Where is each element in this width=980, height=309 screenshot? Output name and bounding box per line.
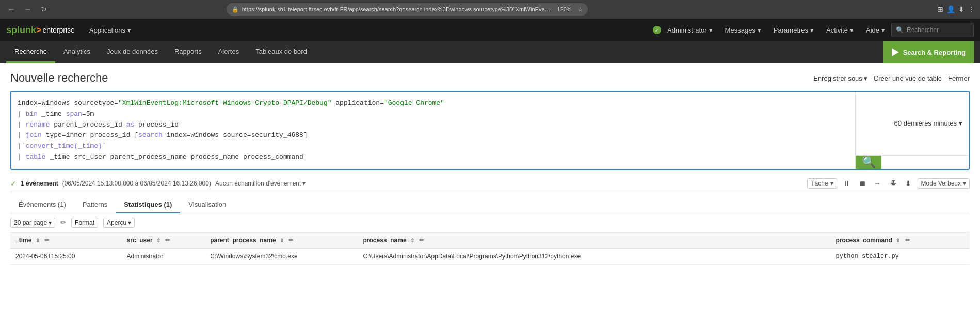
messages-menu[interactable]: Messages ▾ <box>719 19 767 41</box>
reports-label: Rapports <box>174 48 202 55</box>
search-btn-icon: 🔍 <box>862 156 876 169</box>
per-page-dropdown[interactable]: 20 par page ▾ <box>10 218 55 228</box>
table-view-button[interactable]: Créer une vue de table <box>874 74 942 82</box>
cell-src-user[interactable]: Administrator <box>122 248 205 264</box>
subnav-reports[interactable]: Rapports <box>166 41 210 63</box>
col-src-edit-icon[interactable]: ✏ <box>165 237 170 244</box>
status-indicator: ✓ <box>653 26 661 34</box>
query-line-3: | rename parent_process_id as process_id <box>18 120 849 131</box>
extensions-icon[interactable]: ⊞ <box>937 5 943 13</box>
cell-time[interactable]: 2024-05-06T15:25:00 <box>10 248 122 264</box>
per-page-chevron: ▾ <box>49 219 52 226</box>
verbose-label: Mode Verbeux <box>921 180 961 187</box>
col-time-sort[interactable]: ⇕ <box>36 238 40 243</box>
search-status-bar: ✓ 1 événement (06/05/2024 15:13:00,000 à… <box>10 175 970 192</box>
page-actions: Enregistrer sous ▾ Créer une vue de tabl… <box>813 74 970 82</box>
search-reporting-button[interactable]: Search & Reporting <box>883 41 974 63</box>
pause-button[interactable]: ⏸ <box>841 178 853 189</box>
analytics-label: Analytics <box>63 48 90 55</box>
col-process-label: process_name <box>363 237 407 244</box>
time-range-picker[interactable]: 60 dernières minutes ▾ <box>856 92 969 156</box>
star-icon[interactable]: ☆ <box>577 6 583 13</box>
global-search[interactable]: 🔍 Rechercher <box>891 23 974 37</box>
reload-button[interactable]: ↻ <box>38 4 50 14</box>
admin-menu[interactable]: Administrator ▾ <box>661 19 719 41</box>
browser-action-icons: ⊞ 👤 ⬇ ⋮ <box>937 5 975 13</box>
time-range-label: 60 dernières minutes <box>894 119 957 127</box>
sample-chevron: ▾ <box>302 180 306 187</box>
close-label: Fermer <box>948 74 970 82</box>
tab-events[interactable]: Événements (1) <box>10 196 74 213</box>
play-icon <box>892 48 899 56</box>
query-line-1: index=windows sourcetype="XmlWinEventLog… <box>18 98 849 109</box>
activity-menu[interactable]: Activité ▾ <box>820 19 860 41</box>
col-cmd-edit-icon[interactable]: ✏ <box>905 237 910 244</box>
col-header-src-user[interactable]: src_user ⇕ ✏ <box>122 233 205 249</box>
result-table: _time ⇕ ✏ src_user ⇕ ✏ parent_process_na… <box>10 233 970 265</box>
applications-menu[interactable]: Applications ▾ <box>83 19 137 41</box>
task-dropdown[interactable]: Tâche ▾ <box>807 178 837 189</box>
url-bar[interactable]: 🔒 https://splunk-sh1.teleport.ftrsec.ovh… <box>227 3 588 16</box>
cell-parent-process[interactable]: C:\Windows\System32\cmd.exe <box>205 248 358 264</box>
profile-icon[interactable]: 👤 <box>946 5 955 13</box>
cell-process-name[interactable]: C:\Users\Administrator\AppData\Local\Pro… <box>358 248 831 264</box>
verbose-mode-button[interactable]: Mode Verbeux ▾ <box>918 178 970 189</box>
subnav-analytics[interactable]: Analytics <box>55 41 99 63</box>
col-parent-edit-icon[interactable]: ✏ <box>288 237 294 244</box>
subnav-alerts[interactable]: Alertes <box>210 41 247 63</box>
back-button[interactable]: ← <box>5 4 18 14</box>
table-row: 2024-05-06T15:25:00 Administrator C:\Win… <box>10 248 970 264</box>
sample-dropdown[interactable]: Aucun échantillon d'événement ▾ <box>215 180 306 187</box>
format-label: Format <box>75 219 94 226</box>
col-time-edit-icon[interactable]: ✏ <box>44 237 50 244</box>
forward-button[interactable]: → <box>22 4 34 14</box>
time-range-display: (06/05/2024 15:13:00,000 à 06/05/2024 16… <box>62 180 211 187</box>
download-icon[interactable]: ⬇ <box>958 5 965 13</box>
enterprise-label: enterprise <box>43 26 75 34</box>
col-cmd-sort[interactable]: ⇕ <box>896 238 900 243</box>
print-button[interactable]: 🖶 <box>888 178 899 189</box>
col-header-process-name[interactable]: process_name ⇕ ✏ <box>358 233 831 249</box>
cell-process-command: python stealer.py <box>831 248 970 264</box>
pencil-icon[interactable]: ✏ <box>60 219 66 226</box>
save-as-chevron: ▾ <box>864 74 867 82</box>
subnav-recherche[interactable]: Recherche <box>6 41 55 63</box>
splunk-logo: splunk>enterprise <box>6 25 75 36</box>
tab-visualization[interactable]: Visualisation <box>180 196 234 213</box>
save-as-button[interactable]: Enregistrer sous ▾ <box>813 74 867 82</box>
help-menu[interactable]: Aide ▾ <box>860 19 891 41</box>
lock-icon: 🔒 <box>232 6 239 13</box>
stop-button[interactable]: ⏹ <box>857 178 868 189</box>
col-src-sort[interactable]: ⇕ <box>156 238 160 243</box>
col-header-process-command[interactable]: process_command ⇕ ✏ <box>831 233 970 249</box>
menu-icon[interactable]: ⋮ <box>968 5 975 13</box>
tab-statistics-label: Statistiques (1) <box>124 200 172 208</box>
subnav-dashboards[interactable]: Tableaux de bord <box>247 41 315 63</box>
col-parent-sort[interactable]: ⇕ <box>280 238 284 243</box>
col-process-sort[interactable]: ⇕ <box>410 238 414 243</box>
search-query-editor[interactable]: index=windows sourcetype="XmlWinEventLog… <box>11 92 855 169</box>
page-content: Nouvelle recherche Enregistrer sous ▾ Cr… <box>0 63 980 265</box>
skip-button[interactable]: → <box>872 178 883 189</box>
status-check-icon: ✓ <box>10 179 17 188</box>
search-submit-button[interactable]: 🔍 <box>856 156 881 169</box>
table-header-row: _time ⇕ ✏ src_user ⇕ ✏ parent_process_na… <box>10 233 970 249</box>
col-process-edit-icon[interactable]: ✏ <box>419 237 424 244</box>
close-button[interactable]: Fermer <box>948 74 970 82</box>
col-header-parent-process[interactable]: parent_process_name ⇕ ✏ <box>205 233 358 249</box>
sub-navigation: Recherche Analytics Jeux de données Rapp… <box>0 41 980 63</box>
col-header-time[interactable]: _time ⇕ ✏ <box>10 233 122 249</box>
tab-patterns[interactable]: Patterns <box>74 196 116 213</box>
search-reporting-label: Search & Reporting <box>903 49 966 56</box>
subnav-datasets[interactable]: Jeux de données <box>99 41 166 63</box>
preview-label: Aperçu <box>107 219 126 226</box>
result-tabs: Événements (1) Patterns Statistiques (1)… <box>10 192 970 213</box>
subnav-spacer <box>315 41 883 63</box>
settings-menu[interactable]: Paramètres ▾ <box>767 19 820 41</box>
preview-dropdown[interactable]: Aperçu ▾ <box>103 218 135 228</box>
tab-statistics[interactable]: Statistiques (1) <box>116 196 180 213</box>
datasets-label: Jeux de données <box>107 48 158 55</box>
download-button[interactable]: ⬇ <box>903 178 913 189</box>
search-icon: 🔍 <box>896 26 904 34</box>
format-button[interactable]: Format <box>71 218 98 228</box>
